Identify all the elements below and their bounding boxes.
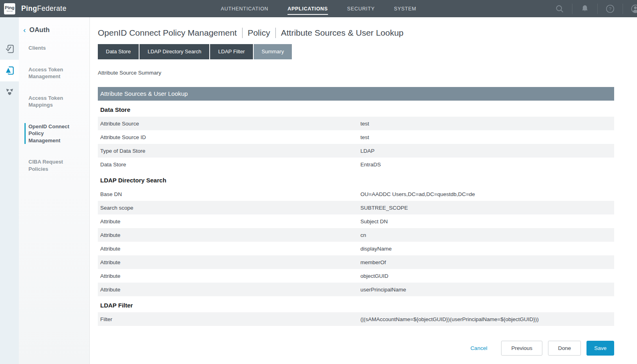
page-title-segment: Policy [248,28,270,38]
nav-item-security[interactable]: SECURITY [347,4,375,13]
row-label: Attribute Source ID [98,134,360,140]
nav-item-authentication[interactable]: AUTHENTICATION [221,4,269,13]
access-token-icon[interactable] [0,60,19,81]
row-value: objectGUID [360,273,614,279]
notifications-bell-icon[interactable] [580,4,590,14]
ping-logo-text: Ping [5,6,14,10]
cancel-link[interactable]: Cancel [470,345,487,351]
table-row: AttributedisplayName [98,242,614,255]
sidebar-item-access-token-mappings[interactable]: Access Token Mappings [28,95,77,109]
row-value: test [360,121,614,127]
sidebar-item-ciba-request-policies[interactable]: CIBA Request Policies [28,158,77,172]
row-value: OU=AADDC Users,DC=ad,DC=questdb,DC=de [360,191,614,197]
main-content: OpenID Connect Policy ManagementPolicyAt… [90,17,637,364]
table-row: AttributememberOf [98,255,614,269]
row-value: test [360,134,614,140]
sidebar-menu: ClientsAccess Token ManagementAccess Tok… [19,44,89,172]
row-label: Attribute Source [98,121,360,127]
nav-item-applications[interactable]: APPLICATIONS [287,4,328,13]
row-label: Attribute [98,273,360,279]
ping-logo-subtext: Identity [6,10,12,12]
tab-data-store[interactable]: Data Store [98,44,139,59]
table-row: Data StoreEntraDS [98,158,614,171]
product-name: PingFederate [21,4,67,13]
account-icon[interactable] [631,4,637,14]
row-value: SUBTREE_SCOPE [360,205,614,211]
clients-icon[interactable] [0,38,19,60]
table-row: AttributeSubject DN [98,214,614,228]
help-icon[interactable]: ? [605,4,615,14]
ping-logo[interactable]: Ping Identity [4,3,15,14]
table-row: AttributeuserPrincipalName [98,283,614,296]
row-value: Subject DN [360,218,614,224]
page-title-segment: OpenID Connect Policy Management [98,28,237,38]
title-separator [275,28,276,38]
table-row: Type of Data StoreLDAP [98,144,614,158]
table-row: Filter(|(sAMAccountName=${objectGUID})(u… [98,312,614,326]
step-tabs: Data StoreLDAP Directory SearchLDAP Filt… [98,44,614,59]
page-title-segment: Attribute Sources & User Lookup [281,28,404,38]
search-icon[interactable] [555,4,564,14]
table-row: Search scopeSUBTREE_SCOPE [98,201,614,214]
save-button[interactable]: Save [586,341,614,356]
row-label: Base DN [98,191,360,197]
row-label: Data Store [98,162,360,168]
tab-ldap-filter[interactable]: LDAP Filter [210,44,253,59]
table-row: Attribute Source IDtest [98,130,614,144]
page-title: OpenID Connect Policy ManagementPolicyAt… [98,28,614,38]
row-label: Attribute [98,246,360,252]
section-heading-ldap-directory-search: LDAP Directory Search [98,176,614,184]
back-chevron-icon[interactable]: ‹ [22,26,26,34]
row-label: Attribute [98,232,360,238]
sidebar-item-openid-connect-policy-management[interactable]: OpenID Connect Policy Management [24,123,73,144]
summary-table-body: Data StoreAttribute SourcetestAttribute … [98,106,614,326]
top-bar: Ping Identity PingFederate AUTHENTICATIO… [0,0,637,17]
row-label: Attribute [98,287,360,293]
primary-nav: AUTHENTICATIONAPPLICATIONSSECURITYSYSTEM [221,0,417,17]
sidebar: ‹ OAuth ClientsAccess Token ManagementAc… [19,17,90,364]
footer-actions: Cancel Previous Done Save [98,341,614,356]
tab-ldap-directory-search[interactable]: LDAP Directory Search [140,44,209,59]
row-label: Type of Data Store [98,148,360,154]
sidebar-item-access-token-management[interactable]: Access Token Management [28,66,77,80]
title-separator [242,28,243,38]
sidebar-header: ‹ OAuth [19,26,89,34]
table-row: AttributeobjectGUID [98,269,614,283]
row-value: cn [360,232,614,238]
done-button[interactable]: Done [548,341,581,356]
summary-table-header: Attribute Sources & User Lookup [98,87,614,101]
top-bar-icons: ? [547,0,637,17]
row-label: Filter [98,316,360,322]
mappings-icon[interactable] [0,81,19,103]
table-row: Base DNOU=AADDC Users,DC=ad,DC=questdb,D… [98,187,614,201]
row-value: displayName [360,246,614,252]
icon-divider [572,4,572,14]
section-heading-data-store: Data Store [98,106,614,113]
previous-button[interactable]: Previous [501,341,542,356]
product-name-bold: Ping [21,4,37,12]
row-value: userPrincipalName [360,287,614,293]
product-name-light: Federate [37,4,67,12]
table-row: Attributecn [98,228,614,242]
sidebar-item-clients[interactable]: Clients [28,44,77,52]
row-value: LDAP [360,148,614,154]
row-label: Attribute [98,259,360,265]
nav-item-system[interactable]: SYSTEM [394,4,417,13]
row-label: Search scope [98,205,360,211]
section-heading-ldap-filter: LDAP Filter [98,301,614,309]
row-value: memberOf [360,259,614,265]
sidebar-section-title: OAuth [29,26,49,34]
svg-text:?: ? [609,6,611,11]
sidebar-icon-rail [0,17,19,364]
table-row: Attribute Sourcetest [98,117,614,130]
icon-divider [623,4,623,14]
icon-divider [597,4,598,14]
summary-caption: Attribute Source Summary [98,70,614,76]
row-value: EntraDS [360,162,614,168]
tab-summary[interactable]: Summary [254,44,292,59]
row-value: (|(sAMAccountName=${objectGUID})(userPri… [360,316,614,322]
row-label: Attribute [98,218,360,224]
